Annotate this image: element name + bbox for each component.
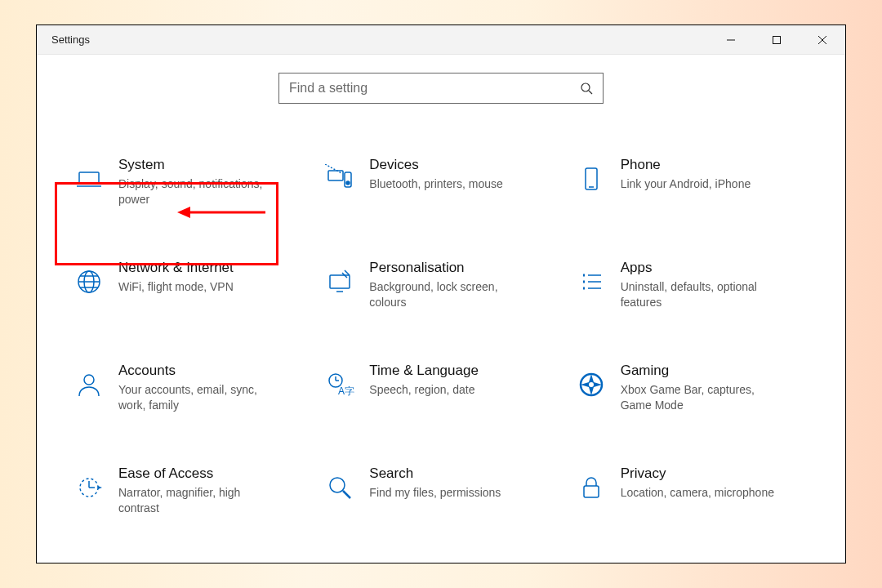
tile-desc: Background, lock screen, colours bbox=[369, 279, 531, 310]
search-input[interactable] bbox=[289, 81, 580, 96]
tile-desc: Your accounts, email, sync, work, family bbox=[118, 382, 280, 413]
tile-desc: WiFi, flight mode, VPN bbox=[118, 279, 234, 295]
settings-tile-search[interactable]: SearchFind my files, permissions bbox=[315, 460, 566, 563]
tile-text: Network & InternetWiFi, flight mode, VPN bbox=[109, 259, 234, 295]
tile-desc: Link your Android, iPhone bbox=[621, 176, 751, 192]
tile-title: Gaming bbox=[621, 362, 782, 379]
svg-point-35 bbox=[589, 382, 594, 387]
window-controls bbox=[708, 25, 845, 55]
svg-line-21 bbox=[345, 270, 350, 275]
titlebar: Settings bbox=[37, 25, 845, 55]
tile-text: AppsUninstall, defaults, optional featur… bbox=[611, 259, 782, 310]
tile-title: Personalisation bbox=[369, 259, 531, 276]
search-box[interactable] bbox=[278, 73, 604, 104]
settings-tile-devices[interactable]: DevicesBluetooth, printers, mouse bbox=[315, 151, 566, 254]
svg-marker-39 bbox=[98, 486, 102, 489]
tile-title: Apps bbox=[621, 259, 782, 276]
settings-tile-ease-of-access[interactable]: Ease of AccessNarrator, magnifier, high … bbox=[65, 460, 315, 563]
tile-title: Devices bbox=[369, 156, 502, 173]
svg-text:A字: A字 bbox=[338, 385, 354, 397]
tile-title: Privacy bbox=[621, 465, 774, 482]
tile-desc: Location, camera, microphone bbox=[621, 485, 774, 501]
tile-text: DevicesBluetooth, printers, mouse bbox=[359, 156, 502, 192]
tile-title: Network & Internet bbox=[118, 259, 234, 276]
tile-title: Accounts bbox=[118, 362, 280, 379]
settings-grid[interactable]: SystemDisplay, sound, notifications, pow… bbox=[37, 104, 845, 563]
svg-point-40 bbox=[330, 478, 345, 492]
tile-title: Phone bbox=[621, 156, 751, 173]
personalize-icon bbox=[320, 262, 359, 301]
tile-desc: Find my files, permissions bbox=[369, 485, 501, 501]
devices-icon bbox=[320, 159, 359, 198]
settings-tile-system[interactable]: SystemDisplay, sound, notifications, pow… bbox=[65, 151, 315, 254]
svg-rect-6 bbox=[79, 172, 99, 184]
tile-title: Ease of Access bbox=[118, 465, 280, 482]
close-icon bbox=[817, 35, 827, 45]
tile-text: AccountsYour accounts, email, sync, work… bbox=[109, 362, 280, 413]
svg-point-11 bbox=[346, 181, 350, 185]
person-icon bbox=[69, 365, 109, 404]
tile-text: PersonalisationBackground, lock screen, … bbox=[359, 259, 531, 310]
tile-text: SearchFind my files, permissions bbox=[359, 465, 501, 501]
tile-text: Ease of AccessNarrator, magnifier, high … bbox=[109, 465, 280, 516]
settings-window: Settings SystemDisplay, sound, notificat… bbox=[36, 24, 846, 564]
search-icon bbox=[320, 468, 359, 507]
tile-title: System bbox=[118, 156, 280, 173]
apps-icon bbox=[572, 262, 611, 301]
window-title: Settings bbox=[51, 33, 90, 46]
globe-icon bbox=[69, 262, 109, 301]
privacy-icon bbox=[572, 468, 611, 507]
svg-point-29 bbox=[84, 375, 94, 385]
tile-title: Search bbox=[369, 465, 501, 482]
gaming-icon bbox=[572, 365, 611, 404]
content-area: SystemDisplay, sound, notifications, pow… bbox=[37, 55, 845, 563]
maximize-icon bbox=[772, 35, 782, 45]
settings-tile-phone[interactable]: PhoneLink your Android, iPhone bbox=[567, 151, 817, 254]
phone-icon bbox=[572, 159, 611, 198]
tile-desc: Narrator, magnifier, high contrast bbox=[118, 485, 280, 516]
tile-desc: Speech, region, date bbox=[369, 382, 479, 398]
tile-text: GamingXbox Game Bar, captures, Game Mode bbox=[611, 362, 782, 413]
settings-tile-gaming[interactable]: GamingXbox Game Bar, captures, Game Mode bbox=[567, 357, 817, 460]
svg-line-5 bbox=[589, 91, 592, 94]
tile-desc: Uninstall, defaults, optional features bbox=[621, 279, 782, 310]
tile-text: PhoneLink your Android, iPhone bbox=[611, 156, 751, 192]
tile-text: SystemDisplay, sound, notifications, pow… bbox=[109, 156, 280, 207]
svg-rect-42 bbox=[584, 486, 599, 497]
minimize-icon bbox=[726, 35, 736, 45]
maximize-button[interactable] bbox=[754, 25, 800, 55]
tile-desc: Xbox Game Bar, captures, Game Mode bbox=[621, 382, 782, 413]
svg-line-41 bbox=[343, 491, 350, 498]
tile-title: Time & Language bbox=[369, 362, 479, 379]
settings-tile-time-language[interactable]: A字Time & LanguageSpeech, region, date bbox=[315, 357, 566, 460]
close-button[interactable] bbox=[800, 25, 845, 55]
ease-icon bbox=[69, 468, 109, 507]
tile-text: PrivacyLocation, camera, microphone bbox=[611, 465, 774, 501]
settings-tile-network-internet[interactable]: Network & InternetWiFi, flight mode, VPN bbox=[65, 254, 315, 357]
tile-text: Time & LanguageSpeech, region, date bbox=[359, 362, 479, 398]
tile-desc: Bluetooth, printers, mouse bbox=[369, 176, 502, 192]
svg-point-4 bbox=[581, 83, 590, 91]
settings-tile-personalisation[interactable]: PersonalisationBackground, lock screen, … bbox=[315, 254, 566, 357]
search-icon bbox=[580, 82, 593, 95]
settings-tile-accounts[interactable]: AccountsYour accounts, email, sync, work… bbox=[65, 357, 315, 460]
tile-desc: Display, sound, notifications, power bbox=[118, 176, 280, 207]
timelang-icon: A字 bbox=[320, 365, 359, 404]
svg-line-9 bbox=[325, 164, 341, 173]
minimize-button[interactable] bbox=[708, 25, 754, 55]
svg-rect-1 bbox=[773, 37, 781, 44]
settings-tile-apps[interactable]: AppsUninstall, defaults, optional featur… bbox=[567, 254, 817, 357]
svg-rect-12 bbox=[586, 168, 597, 189]
settings-tile-privacy[interactable]: PrivacyLocation, camera, microphone bbox=[567, 460, 817, 563]
laptop-icon bbox=[69, 159, 109, 198]
